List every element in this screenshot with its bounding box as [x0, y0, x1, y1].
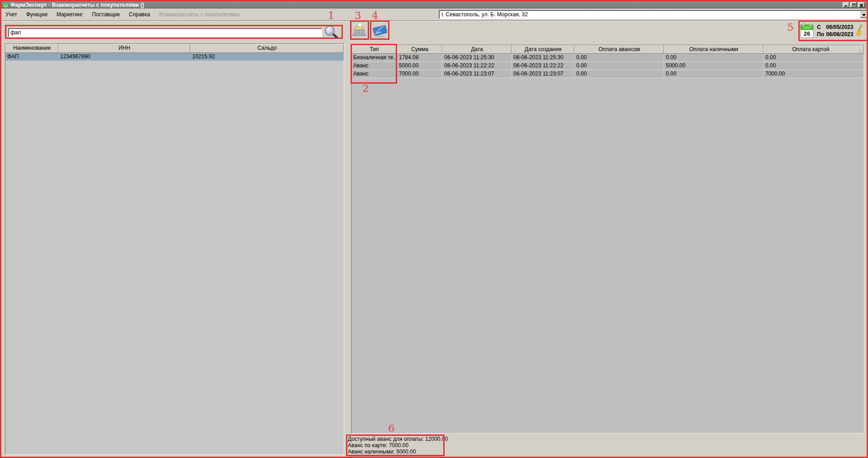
payment-type: Аванс: [351, 62, 397, 70]
payment-card: 7000.00: [764, 70, 864, 78]
column-header-sum[interactable]: Сумма: [397, 45, 442, 54]
column-header-cash[interactable]: Оплата наличными: [664, 45, 764, 54]
payment-created: 06-06-2023 11:25:30: [512, 54, 574, 61]
customer-inn: 1234567890: [58, 53, 190, 61]
payment-created: 06-06-2023 11:23:07: [512, 70, 574, 78]
advance-summary: Доступный аванс для оплаты: 12000.00 Ава…: [348, 436, 444, 455]
search-icon[interactable]: [323, 25, 339, 39]
annotation-label-4: 4: [372, 10, 379, 20]
summary-line-cash: Аванс наличными: 5000.00: [348, 449, 444, 455]
annotation-label-6: 6: [388, 423, 395, 433]
credit-card-icon[interactable]: [372, 23, 388, 38]
column-header-advance[interactable]: Оплата авансом: [574, 45, 664, 54]
payment-type: Безналичная те...: [351, 54, 397, 61]
menu-funkcii[interactable]: Функции: [23, 10, 51, 19]
calendar-icon[interactable]: Апр 26: [800, 23, 814, 38]
customer-saldo: 10215.92: [190, 53, 344, 61]
date-filter-panel[interactable]: Апр 26 С 06/05/2023 По 06/06/2023: [800, 22, 867, 40]
menu-vzaimoraschety-disabled: Взаиморасчеты с покупателями: [156, 10, 243, 19]
customer-name: ФАП: [5, 53, 58, 61]
payment-cash: 0.00: [664, 54, 764, 61]
payments-table: Тип Сумма Дата Дата создания Оплата аван…: [351, 45, 864, 434]
annotation-label-3: 3: [355, 10, 361, 20]
payment-cash: 5000.00: [664, 62, 764, 70]
menu-spravka[interactable]: Справка: [126, 10, 153, 19]
column-header-type[interactable]: Тип: [351, 45, 397, 54]
payment-date: 06-06-2023 11:22:22: [442, 62, 512, 70]
address-input[interactable]: [440, 11, 859, 18]
payment-row[interactable]: Аванс 7000.00 06-06-2023 11:23:07 06-06-…: [351, 70, 864, 78]
column-header-saldo[interactable]: Сальдо: [190, 44, 344, 53]
column-header-name[interactable]: Наименование: [5, 44, 58, 53]
date-from-label: С: [817, 24, 825, 31]
sort-ascending-icon[interactable]: △: [858, 46, 862, 53]
payment-created: 06-06-2023 11:22:22: [512, 62, 574, 70]
date-from-value[interactable]: 06/05/2023: [826, 24, 853, 31]
payment-card: 0.00: [764, 54, 864, 61]
payments-table-header: Тип Сумма Дата Дата создания Оплата аван…: [351, 45, 864, 54]
restore-button[interactable]: [850, 2, 857, 8]
menu-uchet[interactable]: Учет: [2, 10, 20, 19]
menu-marketing[interactable]: Маркетинг: [53, 10, 86, 19]
annotation-label-5: 5: [787, 22, 794, 32]
annotation-label-2: 2: [362, 83, 369, 93]
payment-advance: 0.00: [574, 62, 664, 70]
column-header-date[interactable]: Дата: [442, 45, 512, 54]
customers-table-header: Наименование ИНН Сальдо: [5, 44, 344, 53]
app-window: ФармЭксперт - Взаиморасчеты с покупателя…: [0, 0, 868, 458]
column-header-inn[interactable]: ИНН: [58, 44, 190, 53]
close-button[interactable]: [858, 2, 865, 8]
cash-register-icon[interactable]: [352, 22, 367, 38]
date-range[interactable]: С 06/05/2023 По 06/06/2023: [817, 24, 853, 38]
menu-postavshik[interactable]: Поставщик: [89, 10, 123, 19]
window-title: ФармЭксперт - Взаиморасчеты с покупателя…: [10, 2, 144, 8]
restore-icon: [852, 4, 855, 6]
date-to-value[interactable]: 06/06/2023: [826, 31, 853, 38]
minimize-button[interactable]: [843, 2, 849, 8]
payment-advance: 0.00: [574, 70, 664, 78]
calendar-day: 26: [804, 30, 810, 37]
summary-line-total: Доступный аванс для оплаты: 12000.00: [348, 436, 444, 442]
app-logo-icon: [3, 2, 9, 8]
payment-row[interactable]: Аванс 5000.00 06-06-2023 11:22:22 06-06-…: [351, 62, 864, 70]
svg-text:Апр: Апр: [805, 26, 810, 29]
customers-table: Наименование ИНН Сальдо ФАП 1234567890 1…: [5, 43, 344, 455]
menu-divider: [1, 20, 867, 21]
summary-line-card: Аванс по карте: 7000.00: [348, 442, 444, 449]
column-header-card[interactable]: △ Оплата картой: [764, 45, 864, 54]
date-to-label: По: [817, 31, 825, 38]
chevron-down-icon: [862, 14, 866, 16]
payment-row[interactable]: Безналичная те... 1784.08 06-06-2023 11:…: [351, 54, 864, 62]
address-dropdown-button[interactable]: [860, 11, 868, 18]
payment-type: Аванс: [351, 70, 397, 78]
payment-sum: 5000.00: [397, 62, 442, 70]
minimize-icon: [844, 5, 847, 6]
payment-sum: 7000.00: [397, 70, 442, 78]
clear-filter-broom-icon[interactable]: [855, 24, 865, 38]
title-bar: ФармЭксперт - Взаиморасчеты с покупателя…: [1, 1, 867, 9]
annotation-label-1: 1: [328, 10, 335, 20]
column-header-created[interactable]: Дата создания: [512, 45, 574, 54]
payment-sum: 1784.08: [397, 54, 442, 61]
customer-row-selected[interactable]: ФАП 1234567890 10215.92: [5, 53, 344, 61]
search-input[interactable]: [8, 28, 322, 37]
payment-advance: 0.00: [574, 54, 664, 61]
payment-date: 06-06-2023 11:23:07: [442, 70, 512, 78]
address-combobox[interactable]: [439, 10, 868, 19]
payment-cash: 0.00: [664, 70, 764, 78]
payment-date: 06-06-2023 11:25:30: [442, 54, 512, 61]
payment-card: 0.00: [764, 62, 864, 70]
